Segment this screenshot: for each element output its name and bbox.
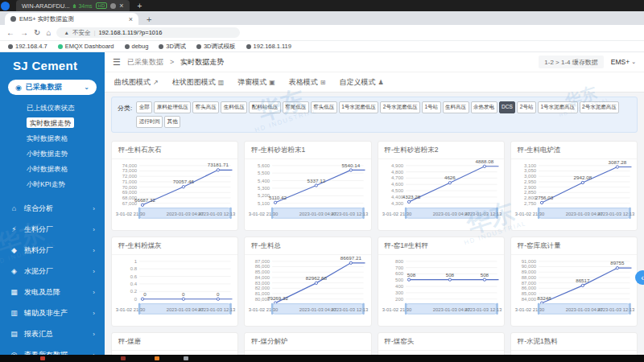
filter-chip[interactable]: 生料高压 bbox=[443, 101, 469, 113]
taskbar-app-icon[interactable] bbox=[155, 356, 159, 360]
home-icon[interactable]: ⌂ bbox=[46, 28, 51, 37]
chart-canvas[interactable]: 8007006005004003002005085085083-01-02 21… bbox=[378, 255, 504, 324]
bookmark-label: debug bbox=[132, 43, 149, 50]
new-tab-icon[interactable]: + bbox=[147, 14, 151, 24]
svg-text:91,000: 91,000 bbox=[521, 259, 536, 264]
sidebar-subitem-label: 小时数据走势 bbox=[27, 150, 68, 158]
os-taskbar[interactable] bbox=[0, 355, 644, 362]
mode-tab[interactable]: 曲线图模式↗ bbox=[114, 77, 159, 88]
sidebar-section-item[interactable]: ⌂综合分析› bbox=[0, 198, 105, 219]
svg-text:90,000: 90,000 bbox=[521, 264, 536, 269]
bookmark-item[interactable]: debug bbox=[125, 43, 149, 50]
back-icon[interactable]: ← bbox=[6, 28, 14, 37]
bookmark-item[interactable]: 3D调试 bbox=[159, 43, 186, 51]
svg-text:74,000: 74,000 bbox=[122, 163, 138, 168]
sidebar-subitem-label: 小时数据表格 bbox=[27, 165, 68, 173]
filter-chip[interactable]: 原料处理低压 bbox=[154, 101, 191, 113]
new-session-icon[interactable]: + bbox=[138, 2, 142, 10]
reload-icon[interactable]: ↻ bbox=[34, 28, 40, 37]
svg-text:0.6: 0.6 bbox=[130, 274, 138, 279]
bookmark-favicon bbox=[8, 44, 13, 49]
screen: WIN-ARADFDU... ılı 34ms HD × + EMS+ 实时数据… bbox=[0, 0, 644, 362]
session-icon[interactable] bbox=[110, 3, 116, 9]
filter-chip[interactable]: 1号站 bbox=[422, 101, 441, 113]
filter-chip[interactable]: 1号水泥磨低压 bbox=[339, 101, 379, 113]
chart-canvas[interactable]: 10.80.60.40.200003-01-02 21:302023-01-03… bbox=[112, 255, 237, 324]
browser-tab[interactable]: EMS+ 实时数据监测 × bbox=[5, 13, 138, 25]
filter-chip[interactable]: 窑头高压 bbox=[192, 101, 219, 113]
sidebar-subitem[interactable]: 小时KPI走势 bbox=[27, 177, 105, 192]
sidebar-group-collected-data[interactable]: ◉ 已采集数据 ⌄ bbox=[8, 80, 97, 95]
filter-chip[interactable]: 余热发电 bbox=[471, 101, 497, 113]
filter-chip[interactable]: 2号水泥磨高压 bbox=[580, 101, 620, 113]
filter-chip[interactable]: 2号站 bbox=[517, 101, 536, 113]
mode-tabs: 曲线图模式↗柱状图图模式▥弹窗模式▣表格模式⊞自定义模式♟ bbox=[105, 72, 644, 93]
filter-chip[interactable]: 配料站低压 bbox=[249, 101, 281, 113]
bookmark-item[interactable]: EMQX Dashboard bbox=[58, 43, 114, 50]
chart-canvas[interactable]: 91,00090,00089,00088,00087,00086,00085,0… bbox=[511, 255, 637, 324]
filter-chip[interactable]: 窑尾低压 bbox=[283, 101, 309, 113]
sidebar-section-item[interactable]: ▦发电及总降› bbox=[0, 282, 105, 302]
mode-tab[interactable]: 自定义模式♟ bbox=[340, 77, 384, 88]
filter-chip[interactable]: 窑头低压 bbox=[311, 101, 337, 113]
taskbar-app-icon[interactable] bbox=[184, 356, 188, 360]
chart-canvas[interactable]: 5,6005,5005,4005,3005,2005,1005110.42533… bbox=[245, 159, 370, 228]
filter-chip[interactable]: 其他 bbox=[164, 116, 180, 128]
sidebar-section-item[interactable]: ◈水泥分厂› bbox=[0, 261, 105, 282]
filter-chip[interactable]: 2号水泥磨低压 bbox=[380, 101, 420, 113]
filter-chip[interactable]: DCS bbox=[499, 101, 516, 113]
sidebar-section-item[interactable]: ▤报表汇总› bbox=[0, 323, 105, 344]
mode-tab[interactable]: 弹窗模式▣ bbox=[237, 77, 275, 88]
close-icon[interactable]: × bbox=[119, 2, 123, 10]
svg-text:86697.21: 86697.21 bbox=[341, 255, 362, 261]
svg-text:2,900: 2,900 bbox=[524, 185, 537, 190]
sidebar-section-label: 生料分厂 bbox=[24, 224, 53, 235]
tab-close-icon[interactable]: × bbox=[129, 15, 133, 23]
chart-canvas[interactable]: 74,00073,00072,00071,00070,00069,00068,0… bbox=[112, 159, 237, 228]
taskbar-app-icon[interactable] bbox=[121, 356, 126, 360]
svg-text:700: 700 bbox=[395, 265, 404, 270]
bookmark-item[interactable]: 192.168.4.7 bbox=[8, 43, 47, 50]
bookmark-label: 192.168.1.119 bbox=[254, 43, 291, 50]
breadcrumb-parent[interactable]: 已采集数据 bbox=[127, 57, 163, 68]
sidebar-subitem[interactable]: 小时数据走势 bbox=[27, 146, 105, 162]
mode-tab[interactable]: 表格模式⊞ bbox=[289, 77, 326, 88]
hamburger-menu-icon[interactable]: ☰ bbox=[113, 57, 121, 68]
svg-text:5,500: 5,500 bbox=[258, 171, 270, 175]
collapse-panel-button[interactable]: ‹ bbox=[635, 270, 644, 285]
profile-dropdown[interactable]: EMS+ ⌄ bbox=[611, 58, 636, 66]
chart-title: 秤-煤窑头 bbox=[378, 333, 504, 351]
bookmark-favicon bbox=[196, 44, 201, 49]
remote-desktop-tab[interactable]: WIN-ARADFDU... ılı 34ms HD × bbox=[16, 0, 130, 11]
svg-text:2023-01-03 12:13: 2023-01-03 12:13 bbox=[464, 212, 502, 216]
taskbar-app-icon[interactable] bbox=[40, 356, 45, 360]
filter-chip[interactable]: 生料低压 bbox=[221, 101, 247, 113]
chart-canvas[interactable]: 4,9004,8004,7004,6004,5004,4004,3004323.… bbox=[378, 159, 504, 228]
forward-icon[interactable]: → bbox=[20, 28, 28, 37]
svg-text:2023-01-03 12:13: 2023-01-03 12:13 bbox=[198, 307, 235, 312]
address-bar[interactable]: ▲ 不安全 | 192.168.1.119/?p=1016 bbox=[56, 27, 240, 38]
svg-text:70057.46: 70057.46 bbox=[173, 179, 195, 184]
mode-tab[interactable]: 柱状图图模式▥ bbox=[172, 77, 225, 88]
sidebar-section-item[interactable]: ◆熟料分厂› bbox=[0, 240, 105, 261]
sidebar-section-item[interactable]: ▥辅助及非生产› bbox=[0, 302, 105, 323]
filter-chip[interactable]: 1号水泥磨高压 bbox=[538, 101, 578, 113]
chart-canvas[interactable]: 87,00086,00085,00084,00083,00082,00081,0… bbox=[245, 255, 370, 324]
bookmark-item[interactable]: 3D调试模板 bbox=[196, 43, 236, 51]
sidebar-subitem[interactable]: 实时数据表格 bbox=[27, 131, 105, 146]
filter-chip[interactable]: 全部 bbox=[136, 101, 152, 113]
svg-text:79269.32: 79269.32 bbox=[267, 295, 289, 301]
cache-data-label[interactable]: 1-2 > 1-4 缓存数据 bbox=[539, 56, 603, 68]
sidebar-subitem[interactable]: 小时数据表格 bbox=[27, 162, 105, 177]
sidebar-section-item[interactable]: ⚡生料分厂› bbox=[0, 219, 105, 240]
sidebar-subitem[interactable]: 实时数据走势 bbox=[27, 116, 105, 131]
bookmark-item[interactable]: 192.168.1.119 bbox=[246, 43, 291, 50]
chart-card: 秤-窑1#生料秤8007006005004003002005085085083-… bbox=[378, 237, 505, 327]
svg-text:0: 0 bbox=[134, 297, 138, 302]
sidebar-subitem[interactable]: 已上线仪表状态 bbox=[27, 101, 105, 116]
filter-chip[interactable]: 运行时间 bbox=[136, 116, 163, 128]
svg-text:4323.28: 4323.28 bbox=[402, 194, 420, 200]
chart-canvas[interactable]: 3,1003,0503,0002,9502,9002,8502,8002,750… bbox=[511, 159, 637, 228]
sidebar-sections: ⌂综合分析›⚡生料分厂›◆熟料分厂›◈水泥分厂›▦发电及总降›▥辅助及非生产›▤… bbox=[0, 198, 105, 362]
svg-text:70,000: 70,000 bbox=[122, 185, 138, 190]
